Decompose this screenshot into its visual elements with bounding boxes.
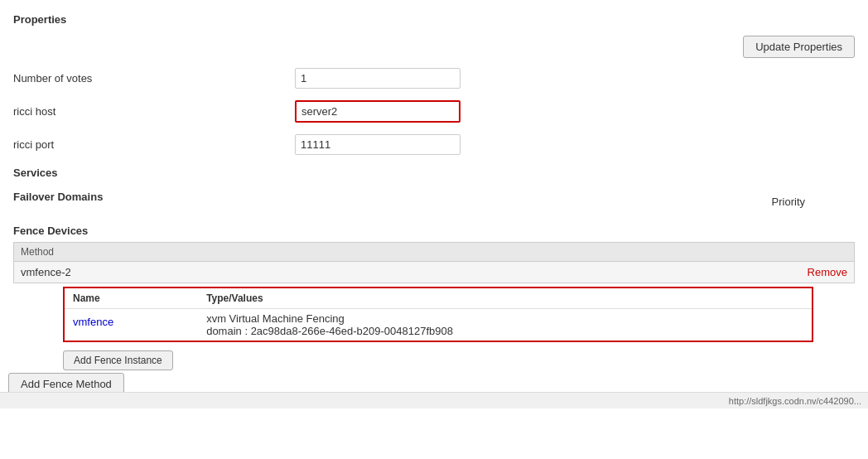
services-title: Services [13,167,855,179]
fence-values-cell: xvm Virtual Machine Fencing domain : 2ac… [198,309,812,341]
fence-instance-row: vmfence xvm Virtual Machine Fencing doma… [65,309,812,341]
ricci-host-input[interactable] [295,100,461,123]
ricci-port-row: ricci port [13,134,855,155]
vmfence-link[interactable]: vmfence [73,316,113,328]
name-column-header: Name [65,288,198,309]
fence-devices-title: Fence Devices [13,225,855,237]
ricci-port-input[interactable] [295,134,461,155]
status-bar: http://sldfjkgs.codn.nv/c442090... [0,392,868,408]
ricci-host-label: ricci host [13,105,295,118]
status-url: http://sldfjkgs.codn.nv/c442090... [729,396,861,406]
fence-method-row: vmfence-2 Remove [13,262,855,283]
method-column-label: Method [21,246,54,258]
fence-domain-value: domain : 2ac98da8-266e-46ed-b209-0048127… [206,325,803,337]
fence-method-name: vmfence-2 [21,266,71,278]
number-of-votes-label: Number of votes [13,72,295,85]
failover-priority-label: Priority [772,196,805,208]
fence-instance-table: Name Type/Values vmfence xvm Virtual Mac… [65,288,812,341]
properties-title: Properties [13,13,855,26]
remove-link[interactable]: Remove [808,266,847,278]
number-of-votes-input[interactable] [295,68,461,89]
ricci-port-label: ricci port [13,138,295,151]
add-fence-instance-button[interactable]: Add Fence Instance [63,350,173,370]
update-properties-button[interactable]: Update Properties [743,36,855,58]
ricci-host-row: ricci host [13,100,855,123]
number-of-votes-row: Number of votes [13,68,855,89]
fence-method-header: Method [13,242,855,262]
type-values-column-header: Type/Values [198,288,812,309]
failover-domains-title: Failover Domains [13,191,103,203]
fence-type-value: xvm Virtual Machine Fencing [206,312,803,325]
